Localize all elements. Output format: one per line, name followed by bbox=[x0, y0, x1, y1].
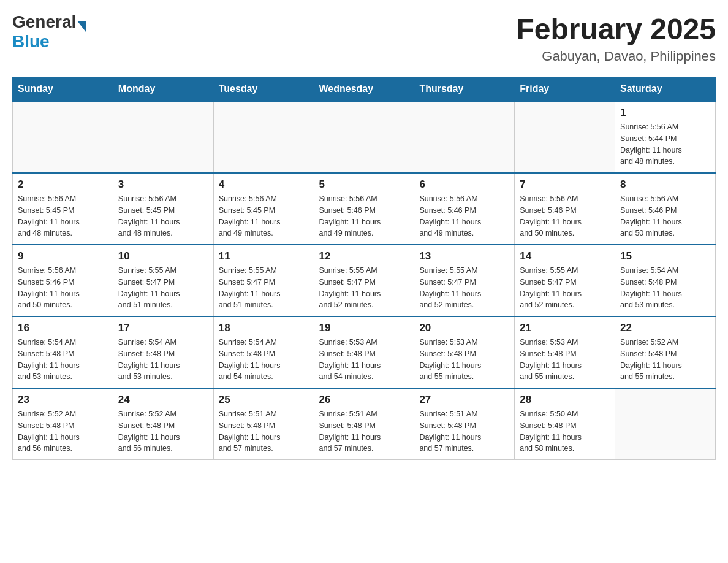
day-number: 3 bbox=[118, 178, 208, 191]
day-info: Sunrise: 5:55 AM Sunset: 5:47 PM Dayligh… bbox=[520, 265, 610, 311]
calendar-cell: 15Sunrise: 5:54 AM Sunset: 5:48 PM Dayli… bbox=[615, 245, 716, 316]
day-info: Sunrise: 5:54 AM Sunset: 5:48 PM Dayligh… bbox=[620, 265, 710, 311]
calendar-cell: 23Sunrise: 5:52 AM Sunset: 5:48 PM Dayli… bbox=[13, 388, 113, 460]
day-number: 16 bbox=[18, 322, 108, 334]
calendar-cell bbox=[515, 101, 615, 173]
calendar-cell: 27Sunrise: 5:51 AM Sunset: 5:48 PM Dayli… bbox=[414, 388, 515, 460]
day-info: Sunrise: 5:53 AM Sunset: 5:48 PM Dayligh… bbox=[520, 337, 610, 383]
day-number: 13 bbox=[419, 250, 509, 262]
day-info: Sunrise: 5:55 AM Sunset: 5:47 PM Dayligh… bbox=[419, 265, 509, 311]
day-number: 24 bbox=[118, 394, 208, 406]
calendar-cell: 21Sunrise: 5:53 AM Sunset: 5:48 PM Dayli… bbox=[515, 316, 615, 388]
day-number: 22 bbox=[620, 322, 710, 334]
day-info: Sunrise: 5:56 AM Sunset: 5:46 PM Dayligh… bbox=[18, 265, 108, 311]
day-number: 4 bbox=[219, 178, 309, 191]
calendar-cell: 7Sunrise: 5:56 AM Sunset: 5:46 PM Daylig… bbox=[515, 173, 615, 245]
day-number: 23 bbox=[18, 394, 108, 406]
logo-blue-text: Blue bbox=[12, 32, 86, 52]
calendar-cell: 20Sunrise: 5:53 AM Sunset: 5:48 PM Dayli… bbox=[414, 316, 515, 388]
calendar-cell: 4Sunrise: 5:56 AM Sunset: 5:45 PM Daylig… bbox=[213, 173, 314, 245]
page-header: General Blue February 2025 Gabuyan, Dava… bbox=[12, 12, 716, 64]
calendar-week-row: 9Sunrise: 5:56 AM Sunset: 5:46 PM Daylig… bbox=[13, 245, 716, 316]
calendar-cell: 8Sunrise: 5:56 AM Sunset: 5:46 PM Daylig… bbox=[615, 173, 716, 245]
calendar-cell bbox=[213, 101, 314, 173]
day-number: 1 bbox=[620, 107, 710, 119]
calendar-cell bbox=[314, 101, 414, 173]
month-title: February 2025 bbox=[516, 12, 716, 46]
weekday-header-thursday: Thursday bbox=[414, 77, 515, 102]
day-number: 10 bbox=[118, 250, 208, 262]
calendar-cell: 5Sunrise: 5:56 AM Sunset: 5:46 PM Daylig… bbox=[314, 173, 414, 245]
calendar-header: SundayMondayTuesdayWednesdayThursdayFrid… bbox=[13, 77, 716, 102]
day-number: 21 bbox=[520, 322, 610, 334]
calendar-cell: 9Sunrise: 5:56 AM Sunset: 5:46 PM Daylig… bbox=[13, 245, 113, 316]
calendar-cell: 14Sunrise: 5:55 AM Sunset: 5:47 PM Dayli… bbox=[515, 245, 615, 316]
calendar-cell: 25Sunrise: 5:51 AM Sunset: 5:48 PM Dayli… bbox=[213, 388, 314, 460]
day-info: Sunrise: 5:56 AM Sunset: 5:45 PM Dayligh… bbox=[118, 193, 208, 239]
day-info: Sunrise: 5:51 AM Sunset: 5:48 PM Dayligh… bbox=[219, 408, 309, 454]
day-info: Sunrise: 5:56 AM Sunset: 5:46 PM Dayligh… bbox=[620, 193, 710, 239]
weekday-header-monday: Monday bbox=[113, 77, 213, 102]
day-number: 17 bbox=[118, 322, 208, 334]
day-number: 15 bbox=[620, 250, 710, 262]
day-number: 8 bbox=[620, 178, 710, 191]
weekday-header-sunday: Sunday bbox=[13, 77, 113, 102]
day-number: 18 bbox=[219, 322, 309, 334]
day-info: Sunrise: 5:56 AM Sunset: 5:44 PM Dayligh… bbox=[620, 121, 710, 167]
day-number: 19 bbox=[319, 322, 409, 334]
day-number: 11 bbox=[219, 250, 309, 262]
day-info: Sunrise: 5:51 AM Sunset: 5:48 PM Dayligh… bbox=[419, 408, 509, 454]
calendar-cell: 12Sunrise: 5:55 AM Sunset: 5:47 PM Dayli… bbox=[314, 245, 414, 316]
calendar-cell: 2Sunrise: 5:56 AM Sunset: 5:45 PM Daylig… bbox=[13, 173, 113, 245]
calendar-cell: 6Sunrise: 5:56 AM Sunset: 5:46 PM Daylig… bbox=[414, 173, 515, 245]
day-info: Sunrise: 5:55 AM Sunset: 5:47 PM Dayligh… bbox=[219, 265, 309, 311]
weekday-header-friday: Friday bbox=[515, 77, 615, 102]
calendar-cell: 26Sunrise: 5:51 AM Sunset: 5:48 PM Dayli… bbox=[314, 388, 414, 460]
calendar-table: SundayMondayTuesdayWednesdayThursdayFrid… bbox=[12, 77, 716, 460]
day-number: 2 bbox=[18, 178, 108, 191]
title-block: February 2025 Gabuyan, Davao, Philippine… bbox=[516, 12, 716, 64]
day-info: Sunrise: 5:52 AM Sunset: 5:48 PM Dayligh… bbox=[118, 408, 208, 454]
day-number: 12 bbox=[319, 250, 409, 262]
logo: General Blue bbox=[12, 12, 86, 52]
calendar-cell: 13Sunrise: 5:55 AM Sunset: 5:47 PM Dayli… bbox=[414, 245, 515, 316]
calendar-cell: 17Sunrise: 5:54 AM Sunset: 5:48 PM Dayli… bbox=[113, 316, 213, 388]
day-number: 20 bbox=[419, 322, 509, 334]
day-info: Sunrise: 5:56 AM Sunset: 5:46 PM Dayligh… bbox=[520, 193, 610, 239]
day-number: 6 bbox=[419, 178, 509, 191]
day-info: Sunrise: 5:56 AM Sunset: 5:46 PM Dayligh… bbox=[419, 193, 509, 239]
day-number: 27 bbox=[419, 394, 509, 406]
day-info: Sunrise: 5:51 AM Sunset: 5:48 PM Dayligh… bbox=[319, 408, 409, 454]
location-title: Gabuyan, Davao, Philippines bbox=[516, 48, 716, 64]
day-number: 14 bbox=[520, 250, 610, 262]
calendar-cell: 22Sunrise: 5:52 AM Sunset: 5:48 PM Dayli… bbox=[615, 316, 716, 388]
calendar-cell: 24Sunrise: 5:52 AM Sunset: 5:48 PM Dayli… bbox=[113, 388, 213, 460]
calendar-week-row: 23Sunrise: 5:52 AM Sunset: 5:48 PM Dayli… bbox=[13, 388, 716, 460]
calendar-week-row: 16Sunrise: 5:54 AM Sunset: 5:48 PM Dayli… bbox=[13, 316, 716, 388]
day-info: Sunrise: 5:53 AM Sunset: 5:48 PM Dayligh… bbox=[419, 337, 509, 383]
calendar-cell: 3Sunrise: 5:56 AM Sunset: 5:45 PM Daylig… bbox=[113, 173, 213, 245]
calendar-cell bbox=[113, 101, 213, 173]
calendar-cell bbox=[414, 101, 515, 173]
calendar-cell: 19Sunrise: 5:53 AM Sunset: 5:48 PM Dayli… bbox=[314, 316, 414, 388]
logo-arrow-icon bbox=[77, 21, 86, 32]
day-info: Sunrise: 5:54 AM Sunset: 5:48 PM Dayligh… bbox=[118, 337, 208, 383]
day-info: Sunrise: 5:53 AM Sunset: 5:48 PM Dayligh… bbox=[319, 337, 409, 383]
weekday-header-row: SundayMondayTuesdayWednesdayThursdayFrid… bbox=[13, 77, 716, 102]
day-info: Sunrise: 5:56 AM Sunset: 5:45 PM Dayligh… bbox=[18, 193, 108, 239]
day-info: Sunrise: 5:52 AM Sunset: 5:48 PM Dayligh… bbox=[620, 337, 710, 383]
logo-general-text: General bbox=[12, 12, 76, 32]
day-info: Sunrise: 5:50 AM Sunset: 5:48 PM Dayligh… bbox=[520, 408, 610, 454]
day-number: 28 bbox=[520, 394, 610, 406]
calendar-cell: 16Sunrise: 5:54 AM Sunset: 5:48 PM Dayli… bbox=[13, 316, 113, 388]
weekday-header-saturday: Saturday bbox=[615, 77, 716, 102]
day-info: Sunrise: 5:56 AM Sunset: 5:45 PM Dayligh… bbox=[219, 193, 309, 239]
calendar-cell: 28Sunrise: 5:50 AM Sunset: 5:48 PM Dayli… bbox=[515, 388, 615, 460]
day-info: Sunrise: 5:56 AM Sunset: 5:46 PM Dayligh… bbox=[319, 193, 409, 239]
calendar-week-row: 1Sunrise: 5:56 AM Sunset: 5:44 PM Daylig… bbox=[13, 101, 716, 173]
weekday-header-tuesday: Tuesday bbox=[213, 77, 314, 102]
day-number: 25 bbox=[219, 394, 309, 406]
calendar-week-row: 2Sunrise: 5:56 AM Sunset: 5:45 PM Daylig… bbox=[13, 173, 716, 245]
calendar-cell bbox=[13, 101, 113, 173]
calendar-cell: 18Sunrise: 5:54 AM Sunset: 5:48 PM Dayli… bbox=[213, 316, 314, 388]
